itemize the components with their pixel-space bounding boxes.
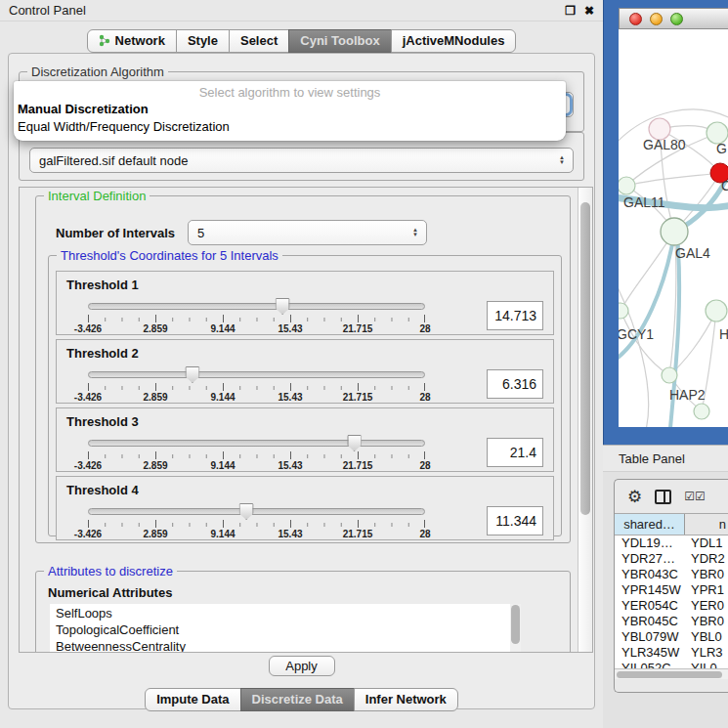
threshold-slider[interactable]: -3.426 2.859 9.144 15.43 21.715 28 bbox=[88, 434, 425, 471]
scale-label: 9.144 bbox=[210, 392, 235, 403]
slider-thumb-icon[interactable] bbox=[239, 503, 254, 520]
interval-definition-group: Interval Definition Number of Intervals … bbox=[35, 195, 571, 543]
threshold-slider[interactable]: -3.426 2.859 9.144 15.43 21.715 28 bbox=[88, 502, 425, 539]
tab-jactivemnodules[interactable]: jActiveMNodules bbox=[391, 29, 517, 53]
table-row[interactable]: YDR27… YDR2 bbox=[615, 551, 728, 567]
table-hscrollbar[interactable] bbox=[615, 668, 728, 679]
minimize-traffic-light-icon[interactable] bbox=[650, 13, 663, 25]
select-columns-icons[interactable]: ☑☑ bbox=[684, 490, 706, 503]
node-bottom[interactable] bbox=[694, 404, 709, 419]
close-icon[interactable]: ✖ bbox=[584, 4, 594, 18]
scale-label: 21.715 bbox=[343, 529, 373, 539]
column-header-name[interactable]: n bbox=[685, 514, 728, 535]
control-panel-titlebar: Control Panel ❐ ✖ bbox=[0, 0, 603, 21]
table-row[interactable]: YDL19… YDL1 bbox=[615, 535, 728, 551]
tab-label: Impute Data bbox=[156, 692, 229, 707]
columns-icon[interactable] bbox=[655, 490, 671, 504]
tab-cyni-toolbox[interactable]: Cyni Toolbox bbox=[288, 29, 391, 53]
slider-thumb-icon[interactable] bbox=[185, 366, 199, 383]
apply-button[interactable]: Apply bbox=[269, 656, 335, 676]
node-gcy1[interactable] bbox=[619, 303, 628, 319]
combobox-stepper-icon[interactable]: ▲▼ bbox=[554, 151, 570, 169]
tab-network[interactable]: Network bbox=[87, 29, 177, 53]
slider-track[interactable] bbox=[88, 303, 425, 310]
tab-label: Select bbox=[240, 33, 278, 48]
table-row[interactable]: YER054C YER0 bbox=[615, 598, 728, 614]
table-row[interactable]: YIL052C YIL0 bbox=[615, 661, 728, 668]
table-rows[interactable]: YDL19… YDL1 YDR27… YDR2 YBR043C YBR0 YPR… bbox=[615, 535, 728, 668]
threshold-slider[interactable]: -3.426 2.859 9.144 15.43 21.715 28 bbox=[88, 365, 425, 403]
cell-shared-name: YER054C bbox=[615, 598, 685, 614]
tab-label: Discretize Data bbox=[252, 692, 343, 707]
combobox-stepper-icon[interactable]: ▲▼ bbox=[407, 224, 423, 241]
zoom-traffic-light-icon[interactable] bbox=[670, 13, 683, 25]
slider-track[interactable] bbox=[88, 371, 425, 378]
attribute-item[interactable]: SelfLoops bbox=[56, 605, 521, 621]
numerical-attributes-list[interactable]: SelfLoopsTopologicalCoefficientBetweenne… bbox=[50, 604, 521, 653]
node-gal4[interactable] bbox=[661, 218, 688, 245]
table-row[interactable]: YBL079W YBL0 bbox=[615, 629, 728, 645]
threshold-value-field[interactable]: 6.316 bbox=[487, 369, 543, 399]
attributes-scrollbar[interactable] bbox=[510, 604, 521, 653]
slider-thumb-icon[interactable] bbox=[347, 435, 362, 451]
scale-label: 21.715 bbox=[343, 392, 373, 403]
dropdown-option-equal-width-frequency[interactable]: Equal Width/Frequency Discretization bbox=[14, 118, 566, 136]
attribute-items: SelfLoopsTopologicalCoefficientBetweenne… bbox=[50, 604, 521, 653]
table-data-combobox[interactable]: galFiltered.sif default node ▲▼ bbox=[29, 148, 574, 173]
network-window-titlebar bbox=[619, 8, 728, 29]
node-hap2[interactable] bbox=[662, 367, 677, 383]
window-title: Control Panel bbox=[9, 3, 556, 18]
slider-scale-labels: -3.426 2.859 9.144 15.43 21.715 28 bbox=[88, 323, 425, 335]
threshold-value-field[interactable]: 14.713 bbox=[487, 301, 543, 330]
gear-icon[interactable]: ⚙ bbox=[627, 489, 642, 505]
settings-scrollbar[interactable] bbox=[578, 188, 592, 652]
table-data-selected: galFiltered.sif default node bbox=[39, 153, 188, 168]
threshold-slider[interactable]: -3.426 2.859 9.144 15.43 21.715 28 bbox=[88, 297, 425, 334]
dropdown-option-manual-discretization[interactable]: Manual Discretization bbox=[14, 101, 566, 118]
tab-infer-network[interactable]: Infer Network bbox=[354, 688, 458, 711]
number-of-intervals-combobox[interactable]: 5 ▲▼ bbox=[188, 220, 427, 245]
float-window-icon[interactable]: ❐ bbox=[565, 4, 576, 18]
attribute-item[interactable]: TopologicalCoefficient bbox=[56, 621, 521, 638]
cell-shared-name: YIL052C bbox=[615, 661, 685, 668]
thresholds-group: Threshold's Coordinates for 5 Intervals … bbox=[48, 255, 562, 536]
cell-name: YBL0 bbox=[685, 629, 728, 645]
close-traffic-light-icon[interactable] bbox=[629, 13, 642, 25]
slider-track[interactable] bbox=[88, 508, 425, 515]
column-header-shared[interactable]: shared… bbox=[615, 514, 685, 535]
threshold-label: Threshold 4 bbox=[66, 483, 543, 497]
slider-thumb-icon[interactable] bbox=[276, 298, 290, 315]
cell-name: YBR0 bbox=[685, 614, 728, 629]
table-row[interactable]: YPR145W YPR1 bbox=[615, 582, 728, 598]
scale-label: 2.859 bbox=[143, 392, 167, 403]
number-of-intervals-label: Number of Intervals bbox=[56, 226, 175, 240]
scale-label: 15.43 bbox=[278, 323, 302, 334]
node-label-g: G bbox=[716, 141, 727, 156]
slider-ticks bbox=[88, 315, 425, 322]
network-canvas[interactable]: GAL80 G C GAL11 GAL4 GCY1 H HAP2 bbox=[619, 29, 728, 427]
tab-discretize-data[interactable]: Discretize Data bbox=[240, 688, 355, 711]
attributes-group: Attributes to discretize Numerical Attri… bbox=[35, 571, 571, 653]
number-of-intervals-value: 5 bbox=[197, 226, 204, 240]
cell-name: YER0 bbox=[685, 598, 728, 614]
tab-style[interactable]: Style bbox=[176, 29, 230, 53]
table-row[interactable]: YBR045C YBR0 bbox=[615, 614, 728, 629]
table-row[interactable]: YLR345W YLR3 bbox=[615, 645, 728, 661]
tab-select[interactable]: Select bbox=[229, 29, 289, 53]
slider-track[interactable] bbox=[88, 440, 425, 447]
attribute-item[interactable]: BetweennessCentrality bbox=[56, 638, 521, 653]
cell-name: YDL1 bbox=[685, 535, 728, 551]
node-gal11[interactable] bbox=[619, 177, 635, 194]
scale-label: -3.426 bbox=[74, 529, 102, 539]
scrollbar-thumb[interactable] bbox=[617, 671, 722, 678]
threshold-value-field[interactable]: 21.4 bbox=[487, 438, 543, 467]
scale-label: 15.43 bbox=[278, 529, 302, 539]
table-row[interactable]: YBR043C YBR0 bbox=[615, 567, 728, 582]
scrollbar-thumb[interactable] bbox=[511, 605, 520, 644]
node-label-gal11: GAL11 bbox=[623, 194, 665, 210]
node-h[interactable] bbox=[706, 300, 727, 321]
scrollbar-thumb[interactable] bbox=[580, 202, 590, 515]
threshold-value-field[interactable]: 11.344 bbox=[487, 506, 543, 535]
tab-impute-data[interactable]: Impute Data bbox=[145, 688, 240, 711]
tab-label: Network bbox=[115, 33, 165, 48]
